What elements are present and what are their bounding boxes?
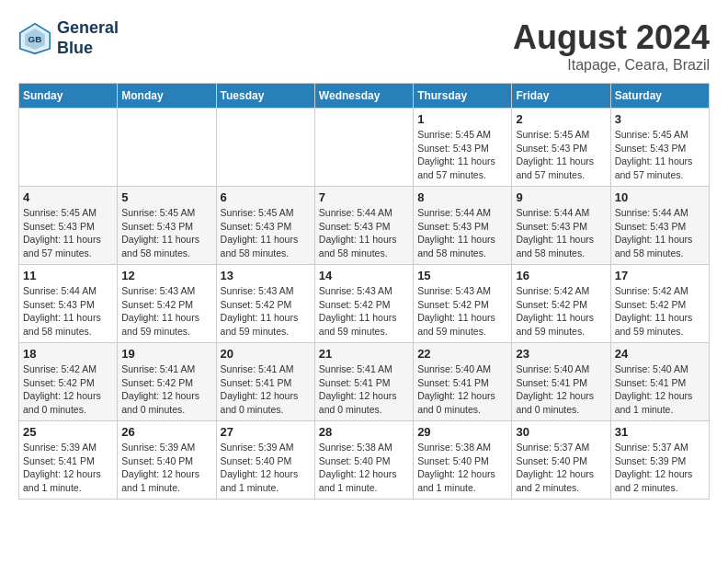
day-number: 22 [417, 347, 507, 361]
day-info: Sunrise: 5:37 AM Sunset: 5:40 PM Dayligh… [516, 441, 606, 495]
calendar-cell: 28Sunrise: 5:38 AM Sunset: 5:40 PM Dayli… [314, 421, 413, 500]
day-number: 30 [516, 425, 606, 439]
day-number: 31 [615, 425, 705, 439]
calendar-cell: 1Sunrise: 5:45 AM Sunset: 5:43 PM Daylig… [414, 109, 512, 187]
week-row-4: 18Sunrise: 5:42 AM Sunset: 5:42 PM Dayli… [19, 343, 710, 421]
day-info: Sunrise: 5:42 AM Sunset: 5:42 PM Dayligh… [23, 362, 113, 417]
day-number: 19 [121, 347, 211, 361]
calendar-cell: 6Sunrise: 5:45 AM Sunset: 5:43 PM Daylig… [216, 187, 314, 265]
weekday-header-wednesday: Wednesday [314, 84, 413, 109]
day-number: 16 [516, 269, 606, 282]
day-info: Sunrise: 5:40 AM Sunset: 5:41 PM Dayligh… [417, 362, 507, 417]
calendar-cell: 7Sunrise: 5:44 AM Sunset: 5:43 PM Daylig… [314, 187, 413, 265]
calendar-cell: 3Sunrise: 5:45 AM Sunset: 5:43 PM Daylig… [610, 109, 709, 187]
day-info: Sunrise: 5:43 AM Sunset: 5:42 PM Dayligh… [417, 284, 507, 339]
calendar-cell: 19Sunrise: 5:41 AM Sunset: 5:42 PM Dayli… [118, 343, 216, 421]
logo: GB General Blue [18, 18, 119, 58]
calendar-cell: 23Sunrise: 5:40 AM Sunset: 5:41 PM Dayli… [512, 343, 610, 421]
day-info: Sunrise: 5:44 AM Sunset: 5:43 PM Dayligh… [516, 206, 606, 260]
calendar-table: SundayMondayTuesdayWednesdayThursdayFrid… [18, 83, 710, 500]
day-info: Sunrise: 5:43 AM Sunset: 5:42 PM Dayligh… [121, 284, 211, 339]
calendar-cell: 21Sunrise: 5:41 AM Sunset: 5:41 PM Dayli… [314, 343, 413, 421]
day-info: Sunrise: 5:37 AM Sunset: 5:39 PM Dayligh… [615, 441, 705, 495]
day-number: 17 [615, 269, 705, 282]
day-info: Sunrise: 5:43 AM Sunset: 5:42 PM Dayligh… [319, 284, 409, 339]
calendar-cell: 8Sunrise: 5:44 AM Sunset: 5:43 PM Daylig… [414, 187, 512, 265]
day-number: 29 [417, 425, 507, 439]
day-number: 8 [417, 190, 507, 204]
weekday-header-row: SundayMondayTuesdayWednesdayThursdayFrid… [19, 84, 710, 109]
day-info: Sunrise: 5:45 AM Sunset: 5:43 PM Dayligh… [23, 206, 113, 260]
day-number: 4 [23, 190, 113, 204]
calendar-cell: 30Sunrise: 5:37 AM Sunset: 5:40 PM Dayli… [512, 421, 610, 500]
day-number: 26 [121, 425, 211, 439]
logo-icon: GB [18, 22, 51, 55]
day-info: Sunrise: 5:44 AM Sunset: 5:43 PM Dayligh… [417, 206, 507, 260]
day-number: 15 [417, 269, 507, 282]
day-number: 23 [516, 347, 606, 361]
calendar-cell: 18Sunrise: 5:42 AM Sunset: 5:42 PM Dayli… [19, 343, 118, 421]
calendar-cell: 11Sunrise: 5:44 AM Sunset: 5:43 PM Dayli… [19, 265, 118, 343]
day-number: 27 [221, 425, 311, 439]
day-info: Sunrise: 5:42 AM Sunset: 5:42 PM Dayligh… [516, 284, 606, 339]
calendar-cell: 27Sunrise: 5:39 AM Sunset: 5:40 PM Dayli… [216, 421, 314, 500]
day-number: 20 [221, 347, 311, 361]
day-number: 28 [319, 425, 409, 439]
day-info: Sunrise: 5:45 AM Sunset: 5:43 PM Dayligh… [615, 128, 705, 182]
day-info: Sunrise: 5:44 AM Sunset: 5:43 PM Dayligh… [23, 284, 113, 339]
weekday-header-friday: Friday [512, 84, 610, 109]
calendar-cell [19, 109, 118, 187]
week-row-1: 1Sunrise: 5:45 AM Sunset: 5:43 PM Daylig… [19, 109, 710, 187]
day-number: 21 [319, 347, 409, 361]
day-number: 11 [23, 269, 113, 282]
day-info: Sunrise: 5:45 AM Sunset: 5:43 PM Dayligh… [121, 206, 211, 260]
day-number: 1 [417, 112, 507, 126]
month-title: August 2024 [513, 18, 710, 57]
calendar-cell: 14Sunrise: 5:43 AM Sunset: 5:42 PM Dayli… [314, 265, 413, 343]
day-info: Sunrise: 5:45 AM Sunset: 5:43 PM Dayligh… [516, 128, 606, 182]
calendar-cell: 9Sunrise: 5:44 AM Sunset: 5:43 PM Daylig… [512, 187, 610, 265]
page-header: GB General Blue August 2024 Itapage, Cea… [18, 18, 710, 74]
week-row-2: 4Sunrise: 5:45 AM Sunset: 5:43 PM Daylig… [19, 187, 710, 265]
weekday-header-monday: Monday [118, 84, 216, 109]
day-info: Sunrise: 5:44 AM Sunset: 5:43 PM Dayligh… [615, 206, 705, 260]
day-info: Sunrise: 5:45 AM Sunset: 5:43 PM Dayligh… [417, 128, 507, 182]
day-info: Sunrise: 5:45 AM Sunset: 5:43 PM Dayligh… [221, 206, 311, 260]
svg-text:GB: GB [28, 33, 42, 43]
calendar-cell: 29Sunrise: 5:38 AM Sunset: 5:40 PM Dayli… [414, 421, 512, 500]
day-info: Sunrise: 5:39 AM Sunset: 5:40 PM Dayligh… [121, 441, 211, 495]
day-number: 6 [221, 190, 311, 204]
day-number: 13 [221, 269, 311, 282]
day-info: Sunrise: 5:40 AM Sunset: 5:41 PM Dayligh… [615, 362, 705, 417]
calendar-cell: 17Sunrise: 5:42 AM Sunset: 5:42 PM Dayli… [610, 265, 709, 343]
calendar-cell: 20Sunrise: 5:41 AM Sunset: 5:41 PM Dayli… [216, 343, 314, 421]
day-number: 9 [516, 190, 606, 204]
weekday-header-saturday: Saturday [610, 84, 709, 109]
calendar-cell: 16Sunrise: 5:42 AM Sunset: 5:42 PM Dayli… [512, 265, 610, 343]
calendar-cell: 12Sunrise: 5:43 AM Sunset: 5:42 PM Dayli… [118, 265, 216, 343]
week-row-5: 25Sunrise: 5:39 AM Sunset: 5:41 PM Dayli… [19, 421, 710, 500]
calendar-cell: 4Sunrise: 5:45 AM Sunset: 5:43 PM Daylig… [19, 187, 118, 265]
calendar-cell: 24Sunrise: 5:40 AM Sunset: 5:41 PM Dayli… [610, 343, 709, 421]
weekday-header-tuesday: Tuesday [216, 84, 314, 109]
calendar-cell: 22Sunrise: 5:40 AM Sunset: 5:41 PM Dayli… [414, 343, 512, 421]
day-info: Sunrise: 5:44 AM Sunset: 5:43 PM Dayligh… [319, 206, 409, 260]
day-number: 24 [615, 347, 705, 361]
week-row-3: 11Sunrise: 5:44 AM Sunset: 5:43 PM Dayli… [19, 265, 710, 343]
calendar-cell: 10Sunrise: 5:44 AM Sunset: 5:43 PM Dayli… [610, 187, 709, 265]
calendar-cell: 2Sunrise: 5:45 AM Sunset: 5:43 PM Daylig… [512, 109, 610, 187]
calendar-cell [216, 109, 314, 187]
calendar-cell: 25Sunrise: 5:39 AM Sunset: 5:41 PM Dayli… [19, 421, 118, 500]
location: Itapage, Ceara, Brazil [513, 57, 710, 74]
weekday-header-thursday: Thursday [414, 84, 512, 109]
day-number: 5 [121, 190, 211, 204]
day-info: Sunrise: 5:39 AM Sunset: 5:41 PM Dayligh… [23, 441, 113, 495]
weekday-header-sunday: Sunday [19, 84, 118, 109]
day-info: Sunrise: 5:41 AM Sunset: 5:42 PM Dayligh… [121, 362, 211, 417]
logo-text: General Blue [57, 18, 119, 58]
day-number: 12 [121, 269, 211, 282]
calendar-cell [314, 109, 413, 187]
day-info: Sunrise: 5:43 AM Sunset: 5:42 PM Dayligh… [221, 284, 311, 339]
calendar-cell: 15Sunrise: 5:43 AM Sunset: 5:42 PM Dayli… [414, 265, 512, 343]
day-number: 25 [23, 425, 113, 439]
